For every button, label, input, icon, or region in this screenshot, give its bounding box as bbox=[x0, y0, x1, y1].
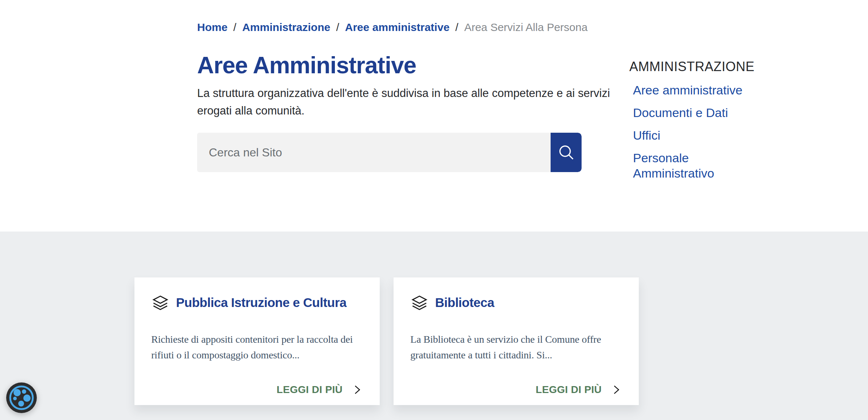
chevron-right-icon bbox=[351, 384, 363, 396]
list-item: Documenti e Dati bbox=[629, 105, 762, 120]
cookie-icon bbox=[6, 382, 37, 413]
leggi-di-piu-label: LEGGI DI PIÙ bbox=[536, 384, 602, 396]
card-biblioteca: Biblioteca La Biblioteca è un servizio c… bbox=[394, 277, 639, 405]
sidebar-item-documenti-e-dati[interactable]: Documenti e Dati bbox=[629, 105, 728, 120]
site-search-bar bbox=[197, 133, 582, 172]
leggi-di-piu-link[interactable]: LEGGI DI PIÙ bbox=[277, 384, 363, 396]
layers-icon bbox=[151, 293, 169, 312]
page-description: La struttura organizzativa dell'ente è s… bbox=[197, 85, 616, 120]
search-button[interactable] bbox=[551, 133, 582, 172]
list-item: Uffici bbox=[629, 128, 762, 143]
breadcrumb-link-amministrazione[interactable]: Amministrazione bbox=[242, 21, 331, 34]
cookie-widget-button[interactable] bbox=[6, 382, 37, 413]
page-title: Aree Amministrative bbox=[197, 52, 598, 78]
breadcrumb-link-aree-amministrative[interactable]: Aree amministrative bbox=[345, 21, 450, 34]
breadcrumb-current-page: Area Servizi Alla Persona bbox=[464, 21, 588, 34]
sidebar-link-list: Aree amministrative Documenti e Dati Uff… bbox=[629, 82, 762, 181]
main-column: Aree Amministrative La struttura organiz… bbox=[197, 34, 598, 172]
list-item: Aree amministrative bbox=[629, 82, 762, 98]
cards-section: Pubblica Istruzione e Cultura Richieste … bbox=[0, 232, 868, 420]
breadcrumb-link-home[interactable]: Home bbox=[197, 21, 227, 34]
page-header-section: Home / Amministrazione / Aree amministra… bbox=[0, 0, 868, 232]
sidebar-heading: AMMINISTRAZIONE bbox=[629, 59, 762, 74]
search-icon bbox=[557, 143, 576, 162]
sidebar-item-personale-amministrativo[interactable]: Personale Amministrativo bbox=[629, 150, 762, 181]
search-input[interactable] bbox=[197, 133, 551, 172]
breadcrumb-separator: / bbox=[455, 21, 458, 34]
sidebar-amministrazione: AMMINISTRAZIONE Aree amministrative Docu… bbox=[629, 34, 762, 188]
breadcrumb: Home / Amministrazione / Aree amministra… bbox=[197, 21, 762, 34]
sidebar-item-aree-amministrative[interactable]: Aree amministrative bbox=[629, 82, 742, 98]
card-title: Pubblica Istruzione e Cultura bbox=[176, 295, 347, 310]
card-excerpt: La Biblioteca è un servizio che il Comun… bbox=[410, 331, 622, 363]
layers-icon bbox=[410, 293, 429, 312]
list-item: Personale Amministrativo bbox=[629, 150, 762, 181]
leggi-di-piu-link[interactable]: LEGGI DI PIÙ bbox=[536, 384, 622, 396]
breadcrumb-separator: / bbox=[336, 21, 339, 34]
card-excerpt: Richieste di appositi contenitori per la… bbox=[151, 331, 363, 363]
chevron-right-icon bbox=[610, 384, 622, 396]
breadcrumb-separator: / bbox=[233, 21, 236, 34]
sidebar-item-uffici[interactable]: Uffici bbox=[629, 128, 660, 143]
card-title: Biblioteca bbox=[435, 295, 494, 310]
leggi-di-piu-label: LEGGI DI PIÙ bbox=[277, 384, 343, 396]
card-pubblica-istruzione-e-cultura: Pubblica Istruzione e Cultura Richieste … bbox=[134, 277, 380, 405]
